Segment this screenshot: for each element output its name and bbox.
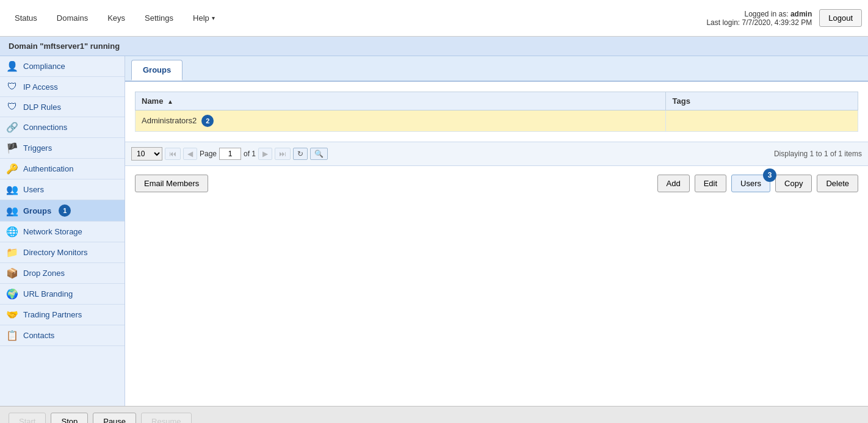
of-label: of 1 [244, 150, 256, 158]
prev-page-button[interactable]: ◀ [183, 148, 197, 160]
sidebar-item-users[interactable]: 👥 Users [0, 179, 125, 200]
sidebar-label-groups: Groups [23, 206, 51, 215]
network-storage-icon: 🌐 [6, 226, 18, 237]
help-chevron-icon: ▾ [212, 15, 215, 21]
copy-button[interactable]: Copy [775, 175, 812, 192]
table-area: Name ▲ Tags Administrators22 [125, 82, 868, 142]
sidebar-label-triggers: Triggers [23, 143, 52, 153]
per-page-select[interactable]: 102550100 [131, 147, 162, 161]
trading-partners-icon: 🤝 [6, 309, 18, 320]
search-button[interactable]: 🔍 [310, 148, 328, 160]
users-badge: 3 [763, 168, 776, 182]
delete-button[interactable]: Delete [817, 175, 858, 192]
groups-icon: 👥 [6, 205, 18, 217]
sidebar-item-groups[interactable]: 👥 Groups 1 [0, 200, 125, 222]
start-button[interactable]: Start [9, 413, 46, 423]
sidebar-item-connections[interactable]: 🔗 Connections [0, 117, 125, 138]
pause-button[interactable]: Pause [93, 413, 136, 423]
pagination-bar: 102550100 ⏮ ◀ Page of 1 ▶ ⏭ ↻ 🔍 Displayi… [125, 142, 868, 166]
sidebar-label-directory-monitors: Directory Monitors [23, 248, 87, 257]
sidebar-item-compliance[interactable]: 👤 Compliance [0, 56, 125, 77]
sidebar-label-network-storage: Network Storage [23, 227, 82, 236]
sidebar-label-trading-partners: Trading Partners [23, 310, 82, 319]
contacts-icon: 📋 [6, 330, 18, 341]
logged-in-label: Logged in as: [744, 10, 788, 18]
sidebar-item-triggers[interactable]: 🏴 Triggers [0, 138, 125, 159]
last-login-value: 7/7/2020, 4:39:32 PM [742, 18, 812, 27]
col-name[interactable]: Name ▲ [136, 92, 666, 110]
content-area: Groups Name ▲ Tags Adminis [125, 56, 868, 406]
sidebar-item-url-branding[interactable]: 🌍 URL Branding [0, 284, 125, 305]
first-page-button[interactable]: ⏮ [165, 148, 181, 160]
edit-button[interactable]: Edit [695, 175, 726, 192]
directory-monitors-icon: 📁 [6, 247, 18, 258]
connections-icon: 🔗 [6, 121, 18, 133]
last-login-label: Last login: [706, 18, 740, 27]
sidebar-label-compliance: Compliance [23, 62, 65, 71]
url-branding-icon: 🌍 [6, 288, 18, 300]
pagination-info: Displaying 1 to 1 of 1 items [774, 150, 862, 158]
ip-access-icon: 🛡 [6, 81, 18, 92]
nav-settings[interactable]: Settings [136, 9, 182, 27]
last-page-button[interactable]: ⏭ [275, 148, 291, 160]
sidebar-label-connections: Connections [23, 123, 67, 132]
cell-tags [666, 110, 858, 132]
stop-button[interactable]: Stop [51, 413, 88, 423]
tab-bar: Groups [125, 56, 868, 82]
col-tags: Tags [666, 92, 858, 110]
nav-right: Logged in as: admin Last login: 7/7/2020… [706, 9, 862, 27]
page-input[interactable] [219, 148, 241, 160]
authentication-icon: 🔑 [6, 163, 18, 175]
sort-arrow-icon: ▲ [167, 98, 173, 105]
row-badge: 2 [201, 115, 214, 127]
nav-left: Status Domains Keys Settings Help ▾ [6, 9, 223, 27]
action-bar-right: Add Edit Users 3 Copy Delete [657, 175, 858, 192]
sidebar-item-contacts[interactable]: 📋 Contacts [0, 325, 125, 346]
sidebar: 👤 Compliance 🛡 IP Access 🛡 DLP Rules 🔗 C… [0, 56, 125, 406]
nav-keys[interactable]: Keys [99, 9, 134, 27]
nav-status[interactable]: Status [6, 9, 46, 27]
logout-button[interactable]: Logout [819, 9, 862, 27]
email-members-button[interactable]: Email Members [135, 175, 208, 192]
sidebar-item-network-storage[interactable]: 🌐 Network Storage [0, 222, 125, 242]
add-button[interactable]: Add [657, 175, 690, 192]
drop-zones-icon: 📦 [6, 267, 18, 279]
login-info: Logged in as: admin Last login: 7/7/2020… [706, 10, 812, 27]
top-nav: Status Domains Keys Settings Help ▾ Logg… [0, 0, 868, 37]
action-bar: Email Members Add Edit Users 3 Copy Dele… [125, 166, 868, 198]
next-page-button[interactable]: ▶ [258, 148, 272, 160]
groups-badge: 1 [59, 204, 71, 217]
domain-banner: Domain "mftserver1" running [0, 37, 868, 56]
sidebar-item-trading-partners[interactable]: 🤝 Trading Partners [0, 305, 125, 325]
resume-button[interactable]: Resume [141, 413, 191, 423]
action-bar-left: Email Members [135, 175, 208, 192]
tab-groups[interactable]: Groups [131, 60, 183, 81]
nav-domains[interactable]: Domains [48, 9, 96, 27]
nav-help[interactable]: Help ▾ [184, 9, 223, 27]
sidebar-label-dlp-rules: DLP Rules [23, 103, 61, 112]
users-icon: 👥 [6, 184, 18, 195]
col-tags-label: Tags [672, 96, 690, 106]
table-row[interactable]: Administrators22 [136, 110, 858, 132]
sidebar-label-drop-zones: Drop Zones [23, 269, 65, 278]
compliance-icon: 👤 [6, 60, 18, 72]
main-layout: 👤 Compliance 🛡 IP Access 🛡 DLP Rules 🔗 C… [0, 56, 868, 406]
sidebar-label-url-branding: URL Branding [23, 289, 73, 298]
sidebar-item-authentication[interactable]: 🔑 Authentication [0, 159, 125, 179]
col-name-label: Name [142, 96, 163, 106]
sidebar-item-drop-zones[interactable]: 📦 Drop Zones [0, 263, 125, 284]
username: admin [790, 10, 812, 18]
users-button-container: Users 3 [731, 175, 770, 192]
triggers-icon: 🏴 [6, 142, 18, 154]
page-label: Page [200, 150, 217, 158]
bottom-bar: Start Stop Pause Resume [0, 406, 868, 423]
sidebar-item-dlp-rules[interactable]: 🛡 DLP Rules [0, 97, 125, 117]
sidebar-item-ip-access[interactable]: 🛡 IP Access [0, 77, 125, 97]
refresh-button[interactable]: ↻ [293, 148, 308, 160]
sidebar-label-ip-access: IP Access [23, 82, 58, 92]
help-label: Help [193, 13, 209, 23]
sidebar-item-directory-monitors[interactable]: 📁 Directory Monitors [0, 242, 125, 263]
groups-table: Name ▲ Tags Administrators22 [135, 92, 858, 132]
dlp-rules-icon: 🛡 [6, 101, 18, 112]
cell-name: Administrators22 [136, 110, 666, 132]
